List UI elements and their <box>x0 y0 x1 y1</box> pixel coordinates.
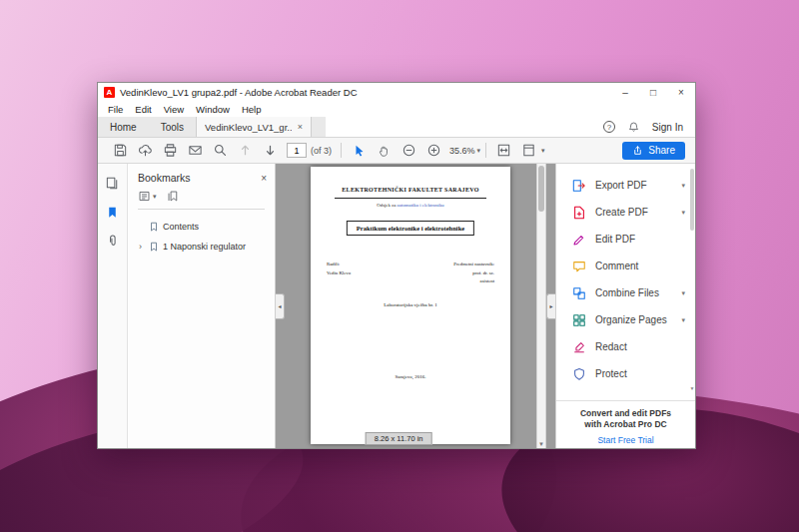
maximize-button[interactable]: □ <box>639 83 667 102</box>
menu-edit[interactable]: Edit <box>129 104 157 115</box>
save-button[interactable] <box>108 141 133 161</box>
paperclip-icon <box>106 234 120 248</box>
chevron-down-icon[interactable]: ▾ <box>681 289 685 297</box>
minimize-button[interactable]: – <box>611 83 639 102</box>
document-area: ◂ ▸ ELEKTROTEHNIČKI FAKULTET SARAJEVO Od… <box>276 164 555 448</box>
bookmark-item-naponski-regulator[interactable]: › 1 Naponski regulator <box>136 237 271 257</box>
tool-label: Export PDF <box>595 180 647 191</box>
tool-redact[interactable]: Redact <box>556 333 695 360</box>
bookmarks-tree: Contents › 1 Naponski regulator <box>128 210 275 257</box>
content-area: Bookmarks × ▾ <box>98 164 695 448</box>
zoom-dropdown-chevron-icon[interactable]: ▾ <box>477 147 481 155</box>
search-button[interactable] <box>208 141 233 161</box>
navigation-rail <box>98 164 128 448</box>
tool-label: Comment <box>595 261 638 271</box>
hand-icon <box>378 144 392 158</box>
email-button[interactable] <box>183 141 208 161</box>
close-tab-icon[interactable]: × <box>298 122 303 132</box>
left-column-line: Radili: <box>327 261 351 269</box>
tool-edit-pdf[interactable]: Edit PDF <box>556 226 695 253</box>
acrobat-logo-icon: A <box>104 87 115 98</box>
pdf-page[interactable]: ELEKTROTEHNIČKI FAKULTET SARAJEVO Odsjek… <box>311 167 510 444</box>
tab-document[interactable]: VedinKlevo_LV1_gr... × <box>196 117 312 137</box>
bookmark-icon <box>106 206 119 219</box>
close-button[interactable]: × <box>667 83 695 102</box>
page-number-input[interactable] <box>287 143 307 158</box>
window-title: VedinKlevo_LV1 grupa2.pdf - Adobe Acroba… <box>120 87 358 98</box>
acrobat-window: A VedinKlevo_LV1 grupa2.pdf - Adobe Acro… <box>97 82 696 449</box>
tool-export-pdf[interactable]: Export PDF ▾ <box>556 172 695 199</box>
collapse-left-panel-handle[interactable]: ◂ <box>276 293 285 319</box>
fit-width-icon <box>496 143 511 158</box>
share-icon <box>632 145 643 156</box>
zoom-level-value[interactable]: 35.6% <box>449 146 475 156</box>
tool-create-pdf[interactable]: Create PDF ▾ <box>556 199 695 226</box>
toolbar-separator <box>341 143 342 158</box>
bookmarks-expand-button[interactable] <box>167 190 180 203</box>
zoom-out-icon <box>401 143 416 158</box>
menu-view[interactable]: View <box>158 104 190 115</box>
bookmarks-header: Bookmarks × <box>128 164 275 186</box>
promo-text-line: with Acrobat Pro DC <box>556 419 695 430</box>
tab-home[interactable]: Home <box>98 117 149 137</box>
tools-panel: Export PDF ▾ Create PDF ▾ <box>555 164 695 448</box>
menu-file[interactable]: File <box>102 104 129 115</box>
hand-tool-button[interactable] <box>372 141 397 161</box>
tool-label: Redact <box>595 341 627 352</box>
sign-in-button[interactable]: Sign In <box>652 122 683 133</box>
bookmarks-options-button[interactable]: ▾ <box>138 190 157 203</box>
tool-label: Organize Pages <box>595 314 667 325</box>
tool-combine-files[interactable]: Combine Files ▾ <box>556 279 695 306</box>
start-free-trial-link[interactable]: Start Free Trial <box>556 435 695 445</box>
menu-window[interactable]: Window <box>190 104 236 115</box>
right-column-line: prof. dr. sc. <box>453 269 494 278</box>
print-button[interactable] <box>158 141 183 161</box>
scrollbar-thumb[interactable] <box>538 166 544 212</box>
page-display-button[interactable] <box>516 141 541 161</box>
next-page-button[interactable] <box>258 141 283 161</box>
protect-shield-icon <box>572 367 586 381</box>
scrollbar-down-arrow-icon[interactable]: ▼ <box>689 385 695 391</box>
select-tool-button[interactable] <box>347 141 372 161</box>
tools-panel-scrollbar[interactable]: ▼ <box>689 164 695 395</box>
tool-comment[interactable]: Comment <box>556 253 695 279</box>
right-column-line: Predmetni nastavnik: <box>453 261 494 269</box>
scrollbar-down-arrow-icon[interactable]: ▼ <box>537 441 545 447</box>
chevron-down-icon[interactable]: ▾ <box>681 209 685 217</box>
menu-help[interactable]: Help <box>236 104 268 115</box>
page-display-icon <box>521 143 536 158</box>
expand-chevron-icon[interactable]: › <box>136 242 145 252</box>
search-icon <box>213 143 228 158</box>
page-count-label: (of 3) <box>311 146 332 156</box>
bell-icon[interactable] <box>627 121 640 134</box>
page-right-column: Predmetni nastavnik: prof. dr. sc. asist… <box>453 261 494 286</box>
tab-tools[interactable]: Tools <box>149 117 196 137</box>
attachments-button[interactable] <box>104 232 122 250</box>
help-icon[interactable]: ? <box>603 121 615 133</box>
chevron-down-icon[interactable]: ▾ <box>681 182 685 190</box>
bookmark-item-contents[interactable]: Contents <box>136 217 271 237</box>
bookmarks-panel-button[interactable] <box>104 203 122 221</box>
document-tab-label: VedinKlevo_LV1_gr... <box>205 122 292 133</box>
chevron-down-icon[interactable]: ▾ <box>681 316 685 324</box>
page-thumbnails-button[interactable] <box>104 174 122 192</box>
cloud-icon <box>138 143 153 158</box>
share-label: Share <box>648 145 675 156</box>
tool-protect[interactable]: Protect <box>556 360 695 387</box>
page-display-chevron-icon[interactable]: ▾ <box>541 147 545 155</box>
scrollbar-thumb[interactable] <box>690 169 694 231</box>
close-bookmarks-icon[interactable]: × <box>261 173 267 184</box>
document-scrollbar[interactable]: ▼ <box>536 164 546 448</box>
zoom-out-button[interactable] <box>397 141 421 161</box>
cloud-upload-button[interactable] <box>133 141 158 161</box>
bookmarks-title: Bookmarks <box>138 172 191 184</box>
zoom-in-button[interactable] <box>421 141 446 161</box>
tool-organize-pages[interactable]: Organize Pages ▾ <box>556 306 695 333</box>
previous-page-button[interactable] <box>233 141 258 161</box>
page-university-title: ELEKTROTEHNIČKI FAKULTET SARAJEVO <box>311 187 510 193</box>
share-button[interactable]: Share <box>622 142 685 160</box>
title-bar: A VedinKlevo_LV1 grupa2.pdf - Adobe Acro… <box>98 83 695 102</box>
combine-files-icon <box>572 286 586 300</box>
collapse-right-panel-handle[interactable]: ▸ <box>546 293 555 319</box>
fit-width-button[interactable] <box>491 141 516 161</box>
